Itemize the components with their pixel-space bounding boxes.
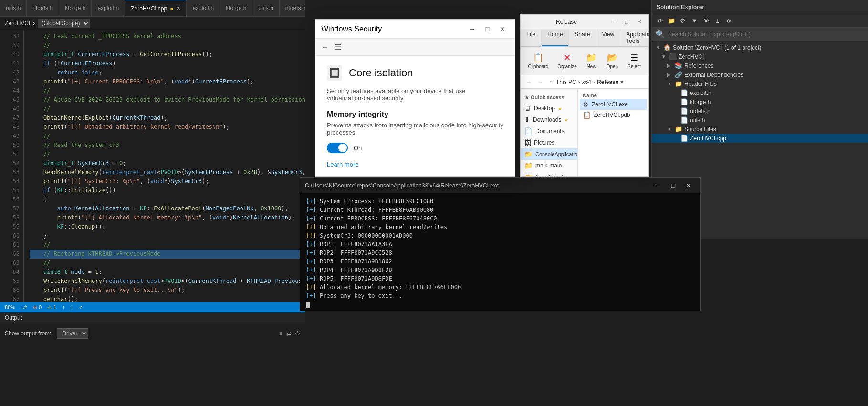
- term-line-12: [+] Press any key to exit...: [306, 291, 694, 300]
- se-src-icon: 📁: [675, 125, 682, 133]
- fe-select-button[interactable]: ☰ Select: [624, 50, 645, 72]
- se-node-source-files[interactable]: ▼ 📁 Source Files: [652, 125, 868, 134]
- fe-file-zerohvci-exe[interactable]: ⚙ ZeroHVCI.exe: [580, 99, 647, 110]
- fe-clipboard-button[interactable]: 📋 Clipboard: [524, 50, 552, 72]
- ws-maximize-button[interactable]: □: [481, 23, 494, 35]
- se-sync-button[interactable]: ⟳: [655, 16, 665, 26]
- term-line-4: [!] Obtained arbitrary kernel read/write…: [306, 223, 694, 231]
- fe-consoleapp-icon: 📁: [524, 150, 533, 158]
- fe-clipboard-icon: 📋: [533, 52, 544, 63]
- fe-close-button[interactable]: ✕: [633, 17, 645, 27]
- fe-desktop-icon: 🖥: [524, 104, 531, 112]
- editor-bottom: 88% ⎇ ⊗ 0 ⚠ 1 ↑ ↓ ✓ Output Show output f…: [0, 302, 305, 344]
- se-search-bar[interactable]: 🔍: [652, 28, 868, 41]
- ws-back-button[interactable]: ←: [321, 43, 329, 52]
- fe-malk-label: malk-main: [535, 162, 562, 169]
- fe-sidebar-pictures[interactable]: 🖼 Pictures: [521, 137, 577, 148]
- term-minimize-button[interactable]: ─: [651, 180, 665, 191]
- tab-kforge-h-2[interactable]: kforge.h: [220, 0, 252, 17]
- se-utilsh-icon: 📄: [680, 116, 688, 124]
- tab-utils-h-2[interactable]: utils.h: [252, 0, 279, 17]
- fe-tab-view[interactable]: View: [596, 29, 620, 46]
- fe-minimize-button[interactable]: ─: [608, 17, 620, 27]
- se-node-zerohvci-cpp[interactable]: 📄 ZeroHVCI.cpp: [652, 134, 868, 143]
- code-content[interactable]: // Leak current _EPROCESS kernel address…: [24, 30, 305, 302]
- fe-tab-app-tools[interactable]: Application Tools: [620, 29, 660, 46]
- breadcrumb: ZeroHVCI › (Global Scope): [0, 17, 305, 30]
- fe-up-button[interactable]: ↑: [547, 78, 554, 86]
- tab-kforge-h-1[interactable]: kforge.h: [59, 0, 92, 17]
- se-search-input[interactable]: [668, 31, 864, 38]
- output-icon-2[interactable]: ⇄: [286, 330, 291, 337]
- output-icon-1[interactable]: ≡: [279, 330, 282, 337]
- fe-organize-button[interactable]: ✕ Organize: [554, 50, 581, 72]
- se-utilsh-label: utils.h: [690, 117, 705, 124]
- se-git-button[interactable]: ±: [712, 16, 722, 26]
- fe-sidebar-malk[interactable]: 📁 malk-main: [521, 160, 577, 171]
- term-content[interactable]: [+] System EProcess: FFFFBE8F59EC1080 [+…: [300, 193, 700, 311]
- tab-exploit-h-2[interactable]: exploit.h: [187, 0, 220, 17]
- ws-titlebar: Windows Security ─ □ ✕: [315, 20, 515, 39]
- tab-ntdefs-h-2[interactable]: ntdefs.h: [280, 0, 305, 17]
- fe-pictures-icon: 🖼: [524, 139, 531, 146]
- tab-label: kforge.h: [65, 5, 85, 11]
- fe-sidebar-desktop[interactable]: 🖥 Desktop ★: [521, 103, 577, 114]
- fe-new-button[interactable]: 📁 New: [582, 50, 600, 72]
- tab-ntdefs-h-1[interactable]: ntdefs.h: [27, 0, 59, 17]
- ws-menu-button[interactable]: ☰: [335, 42, 341, 52]
- fe-quick-access-label: ★ Quick access: [524, 94, 564, 101]
- se-node-solution[interactable]: ▼ 🏠 Solution 'ZeroHVCI' (1 of 1 project): [652, 43, 868, 52]
- fe-tab-home[interactable]: Home: [542, 29, 569, 46]
- zoom-level: 88%: [5, 304, 15, 310]
- fe-sidebar-neox[interactable]: 📁 NeoxPrivate: [521, 171, 577, 176]
- fe-files-panel: Name ⚙ ZeroHVCI.exe 📋 ZeroHVCI.pdb: [578, 89, 648, 176]
- se-node-references[interactable]: ▶ 📚 References: [652, 61, 868, 70]
- fe-clipboard-label: Clipboard: [528, 64, 548, 69]
- se-kforgeh-icon: 📄: [680, 98, 688, 105]
- fe-back-button[interactable]: ←: [524, 78, 534, 86]
- tab-utils-h-1[interactable]: utils.h: [0, 0, 27, 17]
- se-node-ntdefs-h[interactable]: 📄 ntdefs.h: [652, 106, 868, 115]
- se-view-button[interactable]: 👁: [701, 16, 711, 26]
- se-node-header-files[interactable]: ▼ 📁 Header Files: [652, 79, 868, 88]
- scope-select[interactable]: (Global Scope): [38, 19, 90, 28]
- fe-sidebar-consoleapp[interactable]: 📁 ConsoleApplication33: [521, 148, 577, 160]
- se-node-exploit-h[interactable]: 📄 exploit.h: [652, 88, 868, 97]
- fe-desktop-star: ★: [558, 106, 562, 111]
- se-node-kforge-h[interactable]: 📄 kforge.h: [652, 97, 868, 106]
- se-collapse-button[interactable]: ▼: [689, 16, 700, 26]
- ws-close-button[interactable]: ✕: [496, 23, 509, 35]
- fe-maximize-button[interactable]: □: [621, 17, 632, 27]
- fe-file-zerohvci-pdb[interactable]: 📋 ZeroHVCI.pdb: [580, 110, 647, 120]
- term-maximize-button[interactable]: □: [667, 180, 680, 191]
- term-close-button[interactable]: ✕: [682, 180, 695, 191]
- fe-tab-file[interactable]: File: [521, 29, 542, 46]
- output-icon-3[interactable]: ⏱: [295, 330, 301, 337]
- ws-minimize-button[interactable]: ─: [465, 23, 479, 35]
- se-more-button[interactable]: ≫: [723, 16, 734, 26]
- fe-tab-share[interactable]: Share: [569, 29, 596, 46]
- ws-learn-more-link[interactable]: Learn more: [327, 161, 358, 168]
- fe-sidebar-documents[interactable]: 📄 Documents: [521, 125, 577, 137]
- fe-open-button[interactable]: 📂 Open: [603, 50, 622, 72]
- se-filter-button[interactable]: ⚙: [678, 16, 688, 26]
- fe-forward-button[interactable]: →: [536, 78, 545, 86]
- fe-pdb-name: ZeroHVCI.pdb: [594, 112, 630, 118]
- se-node-utils-h[interactable]: 📄 utils.h: [652, 115, 868, 125]
- se-show-all-button[interactable]: 📁: [666, 16, 677, 26]
- se-node-ext-deps[interactable]: ▶ 🔗 External Dependencies: [652, 70, 868, 79]
- se-hdr-icon: 📁: [675, 80, 682, 87]
- se-kforgeh-label: kforge.h: [690, 99, 711, 105]
- tab-exploit-h-1[interactable]: exploit.h: [92, 0, 125, 17]
- ws-memory-integrity-toggle[interactable]: [327, 143, 348, 153]
- se-node-project[interactable]: ▼ ⬛ ZeroHVCI: [652, 52, 868, 61]
- tab-zerohvci-cpp-active[interactable]: ZeroHVCI.cpp ● ✕: [125, 0, 187, 17]
- fe-sidebar-downloads[interactable]: ⬇ Downloads ★: [521, 114, 577, 125]
- output-source-select[interactable]: Driver: [57, 328, 88, 339]
- fe-address-path: This PC › x64 › Release ▾: [556, 79, 645, 85]
- se-project-arrow: ▼: [661, 54, 667, 59]
- tab-close-icon[interactable]: ✕: [176, 5, 180, 11]
- ws-content: 🔲 Core isolation Security features avail…: [315, 56, 515, 176]
- check-icon: ✓: [79, 304, 83, 311]
- fe-new-icon: 📁: [586, 52, 596, 63]
